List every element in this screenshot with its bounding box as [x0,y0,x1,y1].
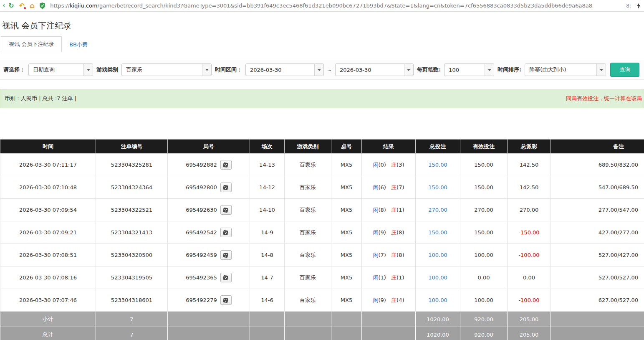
total-label: 总计 [0,327,96,340]
round-number: 695492459 [186,252,217,258]
column-header-1: 注单编号 [96,140,168,154]
dice-icon [222,230,229,236]
bet-records-table: 时间注单编号局号场次游戏类别桌号结果总投注有效投注总派彩备注 2026-03-3… [0,139,644,340]
cell-valid-bet: 150.00 [460,154,508,176]
cell-session: 14-9 [250,221,285,244]
cell-note: 427.00/277.00 [551,221,644,244]
table-row: 2026-03-30 07:08:16 523304319505 6954923… [0,266,644,289]
security-shield-icon[interactable] [40,3,45,9]
summary-currency-total: 币别：人民币 | 总共 :7 注单 | [5,95,76,102]
cell-empty [250,327,285,340]
dice-icon [222,207,229,213]
cell-empty [168,327,250,340]
column-header-0: 时间 [0,140,96,154]
address-bar[interactable]: https://kiqiiu.com/game/betrecord_search… [50,3,621,9]
cell-session: 14-8 [250,244,285,266]
player-label: 闲 [373,162,379,168]
back-icon[interactable]: ‹ [3,3,5,9]
player-score: (9) [379,229,386,236]
date-from-select[interactable]: 2026-03-30 [245,63,324,76]
player-score: (8) [379,207,386,213]
cell-table-no: MX5 [331,266,362,289]
per-page-label: 每页笔数: [417,66,441,74]
chevron-down-icon[interactable] [83,64,93,76]
round-detail-button[interactable] [220,295,232,305]
chevron-down-icon[interactable] [202,64,211,76]
cell-payout: 142.50 [508,154,551,176]
total-bet-link[interactable]: 150.00 [428,184,447,190]
game-type-select[interactable]: 百家乐 [121,63,212,76]
cell-result: 闲(7) 庄(8) [362,244,416,266]
player-label: 闲 [373,297,379,303]
cell-valid-bet: 150.00 [460,221,508,244]
date-from-value: 2026-03-30 [246,64,314,76]
chevron-down-icon[interactable] [404,64,413,76]
total-bet-link[interactable]: 150.00 [428,229,447,236]
cell-time: 2026-03-30 07:09:21 [0,221,96,244]
banker-score: (7) [397,184,404,190]
round-detail-button[interactable] [220,160,232,170]
date-to-select[interactable]: 2026-03-30 [335,63,414,76]
dice-icon [222,275,229,281]
undo-icon[interactable]: ↶ [19,3,25,9]
cell-note: 527.00/527.00 [551,266,644,289]
cell-empty [168,312,250,327]
date-query-select[interactable]: 日期查询 [28,63,93,76]
cell-total-bet: 150.00 [416,176,460,199]
round-detail-button[interactable] [220,250,232,260]
round-number: 695492882 [186,162,217,168]
player-score: (9) [379,297,386,303]
dice-icon [222,162,229,168]
sort-value: 降幂(由大到小) [525,64,596,76]
extension-badge-icon[interactable]: 8: [626,3,631,9]
cell-time: 2026-03-30 07:09:54 [0,199,96,221]
total-bet-link[interactable]: 150.00 [428,162,447,168]
column-header-2: 局号 [168,140,250,154]
banker-score: (8) [397,229,404,236]
cell-game-type: 百家乐 [285,176,331,199]
round-detail-button[interactable] [220,205,232,215]
subtotal-valid-bet: 920.00 [460,312,508,327]
round-detail-button[interactable] [220,183,232,192]
per-page-select[interactable]: 100 [444,63,494,76]
column-header-4: 游戏类别 [285,140,331,154]
cell-payout: 270.00 [508,199,551,221]
round-detail-button[interactable] [220,228,232,237]
chevron-down-icon[interactable] [596,64,606,76]
lightning-icon[interactable] [636,3,641,9]
cell-payout: 142.50 [508,176,551,199]
cell-round: 695492459 [168,244,250,266]
cell-table-no: MX5 [331,199,362,221]
cell-result: 闲(9) 庄(8) [362,221,416,244]
cell-total-bet: 270.00 [416,199,460,221]
chevron-down-icon[interactable] [485,64,494,76]
summary-note: 同局有效投注，统一计算在该局 [566,95,642,102]
dice-icon [222,252,229,258]
cell-time: 2026-03-30 07:10:48 [0,176,96,199]
dice-icon [222,297,229,303]
total-bet-link[interactable]: 270.00 [428,207,447,213]
cell-game-type: 百家乐 [285,266,331,289]
banker-label: 庄 [391,252,397,258]
total-bet-link[interactable]: 100.00 [428,297,447,303]
column-header-9: 总派彩 [508,140,551,154]
round-detail-button[interactable] [220,273,232,282]
refresh-icon[interactable]: ↻ [8,3,14,9]
total-bet-link[interactable]: 100.00 [428,274,447,281]
cell-empty [285,312,331,327]
subtotal-count: 7 [96,312,168,327]
chevron-down-icon[interactable] [314,64,323,76]
cell-note: 689.50/832.00 [551,154,644,176]
tab-bb-tip[interactable]: BB小费 [62,37,95,52]
sort-label: 时间排序: [498,66,521,74]
tab-betrecord[interactable]: 视讯 会员下注纪录 [1,36,62,52]
sort-select[interactable]: 降幂(由大到小) [525,63,606,76]
cell-empty [285,327,331,340]
search-button[interactable]: 查询 [610,63,639,77]
banker-score: (8) [397,252,404,258]
table-row: 2026-03-30 07:11:17 523304325281 6954928… [0,154,644,176]
home-icon[interactable]: ⌂ [30,2,35,9]
total-bet-link[interactable]: 100.00 [428,252,447,258]
round-number: 695492279 [186,297,217,303]
cell-total-bet: 100.00 [416,266,460,289]
